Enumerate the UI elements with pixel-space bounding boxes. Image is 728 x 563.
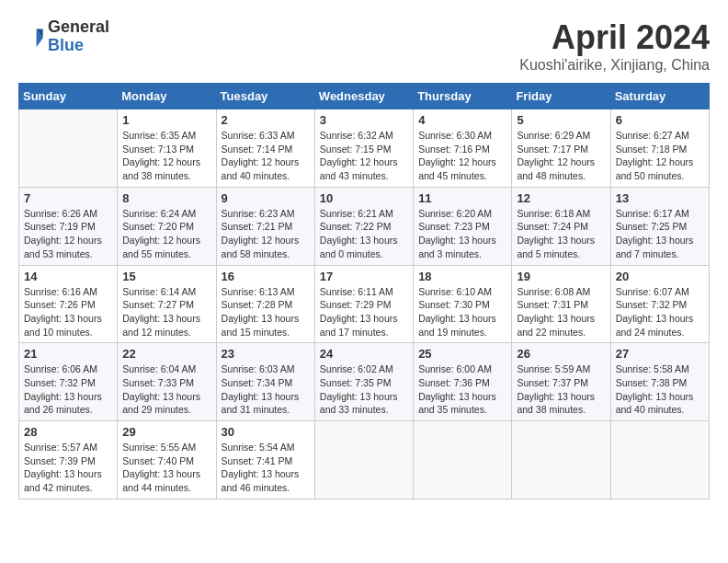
day-info: Sunrise: 6:02 AM Sunset: 7:35 PM Dayligh… bbox=[320, 362, 408, 417]
day-info: Sunrise: 6:35 AM Sunset: 7:13 PM Dayligh… bbox=[122, 129, 210, 183]
day-cell: 21Sunrise: 6:06 AM Sunset: 7:32 PM Dayli… bbox=[19, 343, 118, 421]
day-cell: 16Sunrise: 6:13 AM Sunset: 7:28 PM Dayli… bbox=[216, 265, 314, 343]
day-cell bbox=[19, 109, 118, 188]
day-cell: 30Sunrise: 5:54 AM Sunset: 7:41 PM Dayli… bbox=[216, 421, 314, 500]
day-info: Sunrise: 6:14 AM Sunset: 7:27 PM Dayligh… bbox=[122, 285, 210, 339]
day-number: 13 bbox=[616, 191, 704, 205]
logo-icon bbox=[18, 24, 44, 50]
day-number: 18 bbox=[418, 270, 506, 283]
calendar-table: SundayMondayTuesdayWednesdayThursdayFrid… bbox=[18, 83, 710, 500]
weekday-header-tuesday: Tuesday bbox=[216, 84, 314, 109]
day-cell: 23Sunrise: 6:03 AM Sunset: 7:34 PM Dayli… bbox=[216, 343, 314, 421]
day-number: 20 bbox=[616, 270, 704, 283]
week-row-5: 28Sunrise: 5:57 AM Sunset: 7:39 PM Dayli… bbox=[19, 421, 710, 500]
day-cell: 29Sunrise: 5:55 AM Sunset: 7:40 PM Dayli… bbox=[118, 421, 216, 500]
day-number: 14 bbox=[24, 270, 112, 283]
calendar-subtitle: Kuoshi'airike, Xinjiang, China bbox=[519, 57, 710, 74]
day-cell: 27Sunrise: 5:58 AM Sunset: 7:38 PM Dayli… bbox=[610, 343, 709, 421]
day-number: 5 bbox=[517, 113, 605, 127]
day-number: 6 bbox=[616, 113, 704, 127]
weekday-header-row: SundayMondayTuesdayWednesdayThursdayFrid… bbox=[19, 84, 710, 109]
day-info: Sunrise: 6:30 AM Sunset: 7:16 PM Dayligh… bbox=[418, 129, 506, 183]
day-cell bbox=[512, 421, 610, 500]
weekday-header-sunday: Sunday bbox=[19, 84, 118, 109]
day-info: Sunrise: 6:07 AM Sunset: 7:32 PM Dayligh… bbox=[616, 285, 704, 339]
day-number: 9 bbox=[222, 191, 310, 205]
day-cell bbox=[314, 421, 413, 500]
day-cell: 4Sunrise: 6:30 AM Sunset: 7:16 PM Daylig… bbox=[414, 109, 512, 188]
day-cell: 3Sunrise: 6:32 AM Sunset: 7:15 PM Daylig… bbox=[314, 109, 413, 188]
day-info: Sunrise: 6:29 AM Sunset: 7:17 PM Dayligh… bbox=[517, 129, 605, 183]
day-cell: 10Sunrise: 6:21 AM Sunset: 7:22 PM Dayli… bbox=[314, 187, 413, 265]
day-number: 23 bbox=[222, 347, 310, 361]
day-info: Sunrise: 6:04 AM Sunset: 7:33 PM Dayligh… bbox=[122, 362, 210, 417]
day-number: 10 bbox=[320, 191, 408, 205]
day-number: 12 bbox=[517, 191, 605, 205]
day-number: 27 bbox=[616, 347, 704, 361]
week-row-1: 1Sunrise: 6:35 AM Sunset: 7:13 PM Daylig… bbox=[19, 109, 710, 188]
day-number: 15 bbox=[122, 270, 210, 283]
day-info: Sunrise: 6:17 AM Sunset: 7:25 PM Dayligh… bbox=[616, 207, 704, 261]
day-number: 16 bbox=[222, 270, 310, 283]
day-number: 22 bbox=[122, 347, 210, 361]
day-cell: 5Sunrise: 6:29 AM Sunset: 7:17 PM Daylig… bbox=[512, 109, 610, 188]
day-info: Sunrise: 6:32 AM Sunset: 7:15 PM Dayligh… bbox=[320, 129, 408, 183]
day-cell: 18Sunrise: 6:10 AM Sunset: 7:30 PM Dayli… bbox=[414, 265, 512, 343]
day-cell: 2Sunrise: 6:33 AM Sunset: 7:14 PM Daylig… bbox=[216, 109, 314, 188]
day-cell: 8Sunrise: 6:24 AM Sunset: 7:20 PM Daylig… bbox=[118, 187, 216, 265]
day-cell: 25Sunrise: 6:00 AM Sunset: 7:36 PM Dayli… bbox=[414, 343, 512, 421]
day-info: Sunrise: 5:54 AM Sunset: 7:41 PM Dayligh… bbox=[222, 441, 310, 495]
day-info: Sunrise: 6:23 AM Sunset: 7:21 PM Dayligh… bbox=[222, 207, 310, 261]
day-info: Sunrise: 6:13 AM Sunset: 7:28 PM Dayligh… bbox=[222, 285, 310, 339]
day-cell bbox=[610, 421, 709, 500]
day-info: Sunrise: 6:08 AM Sunset: 7:31 PM Dayligh… bbox=[517, 285, 605, 339]
day-cell: 14Sunrise: 6:16 AM Sunset: 7:26 PM Dayli… bbox=[19, 265, 118, 343]
weekday-header-wednesday: Wednesday bbox=[314, 84, 413, 109]
day-cell: 28Sunrise: 5:57 AM Sunset: 7:39 PM Dayli… bbox=[19, 421, 118, 500]
day-info: Sunrise: 6:06 AM Sunset: 7:32 PM Dayligh… bbox=[24, 362, 112, 417]
day-number: 4 bbox=[418, 113, 506, 127]
day-cell: 6Sunrise: 6:27 AM Sunset: 7:18 PM Daylig… bbox=[610, 109, 709, 188]
day-cell: 1Sunrise: 6:35 AM Sunset: 7:13 PM Daylig… bbox=[118, 109, 216, 188]
weekday-header-friday: Friday bbox=[512, 84, 610, 109]
day-number: 8 bbox=[122, 191, 210, 205]
day-cell bbox=[414, 421, 512, 500]
page-header: General Blue April 2024 Kuoshi'airike, X… bbox=[18, 18, 710, 74]
day-info: Sunrise: 6:26 AM Sunset: 7:19 PM Dayligh… bbox=[24, 207, 112, 261]
logo: General Blue bbox=[18, 18, 109, 55]
day-number: 11 bbox=[418, 191, 506, 205]
day-info: Sunrise: 5:58 AM Sunset: 7:38 PM Dayligh… bbox=[616, 362, 704, 417]
day-cell: 19Sunrise: 6:08 AM Sunset: 7:31 PM Dayli… bbox=[512, 265, 610, 343]
day-number: 30 bbox=[222, 425, 310, 439]
calendar-title: April 2024 bbox=[519, 18, 710, 57]
day-cell: 9Sunrise: 6:23 AM Sunset: 7:21 PM Daylig… bbox=[216, 187, 314, 265]
day-cell: 26Sunrise: 5:59 AM Sunset: 7:37 PM Dayli… bbox=[512, 343, 610, 421]
day-cell: 11Sunrise: 6:20 AM Sunset: 7:23 PM Dayli… bbox=[414, 187, 512, 265]
day-number: 2 bbox=[222, 113, 310, 127]
day-cell: 12Sunrise: 6:18 AM Sunset: 7:24 PM Dayli… bbox=[512, 187, 610, 265]
day-info: Sunrise: 6:21 AM Sunset: 7:22 PM Dayligh… bbox=[320, 207, 408, 261]
day-info: Sunrise: 6:16 AM Sunset: 7:26 PM Dayligh… bbox=[24, 285, 112, 339]
day-number: 29 bbox=[122, 425, 210, 439]
day-number: 7 bbox=[24, 191, 112, 205]
day-number: 26 bbox=[517, 347, 605, 361]
day-info: Sunrise: 5:57 AM Sunset: 7:39 PM Dayligh… bbox=[24, 441, 112, 495]
day-number: 28 bbox=[24, 425, 112, 439]
day-cell: 13Sunrise: 6:17 AM Sunset: 7:25 PM Dayli… bbox=[610, 187, 709, 265]
week-row-3: 14Sunrise: 6:16 AM Sunset: 7:26 PM Dayli… bbox=[19, 265, 710, 343]
day-info: Sunrise: 6:00 AM Sunset: 7:36 PM Dayligh… bbox=[418, 362, 506, 417]
day-info: Sunrise: 6:27 AM Sunset: 7:18 PM Dayligh… bbox=[616, 129, 704, 183]
day-info: Sunrise: 6:24 AM Sunset: 7:20 PM Dayligh… bbox=[122, 207, 210, 261]
day-cell: 22Sunrise: 6:04 AM Sunset: 7:33 PM Dayli… bbox=[118, 343, 216, 421]
day-number: 3 bbox=[320, 113, 408, 127]
day-cell: 17Sunrise: 6:11 AM Sunset: 7:29 PM Dayli… bbox=[314, 265, 413, 343]
weekday-header-monday: Monday bbox=[118, 84, 216, 109]
day-cell: 7Sunrise: 6:26 AM Sunset: 7:19 PM Daylig… bbox=[19, 187, 118, 265]
day-number: 17 bbox=[320, 270, 408, 283]
day-cell: 24Sunrise: 6:02 AM Sunset: 7:35 PM Dayli… bbox=[314, 343, 413, 421]
day-number: 1 bbox=[122, 113, 210, 127]
day-info: Sunrise: 6:33 AM Sunset: 7:14 PM Dayligh… bbox=[222, 129, 310, 183]
weekday-header-saturday: Saturday bbox=[610, 84, 709, 109]
day-info: Sunrise: 6:18 AM Sunset: 7:24 PM Dayligh… bbox=[517, 207, 605, 261]
day-info: Sunrise: 6:20 AM Sunset: 7:23 PM Dayligh… bbox=[418, 207, 506, 261]
